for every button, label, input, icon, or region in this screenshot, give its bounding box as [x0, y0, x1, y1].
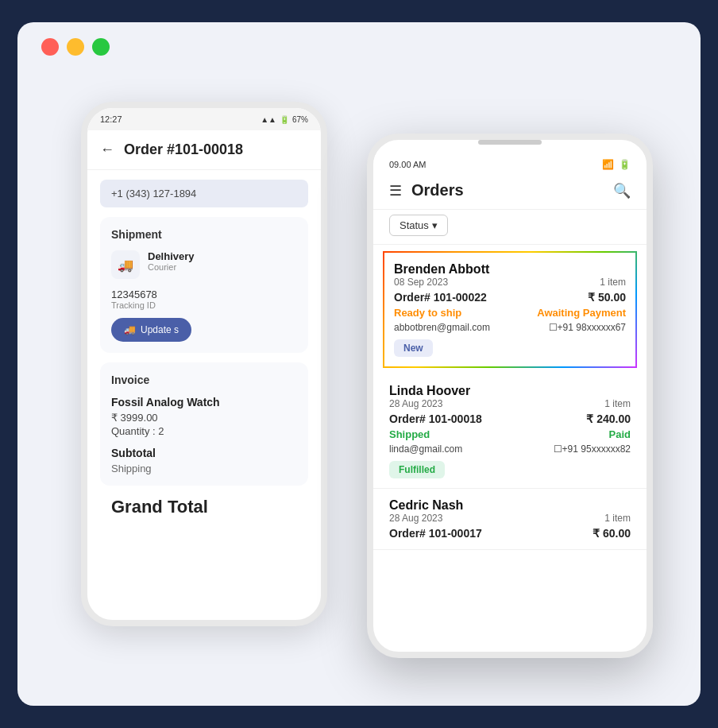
status-right-1: Awaiting Payment [537, 307, 626, 319]
tracking-id-label: Tracking ID [111, 300, 297, 310]
order-status-row-1: Ready to ship Awaiting Payment [394, 307, 626, 319]
battery-icon: 🔋 [280, 115, 289, 124]
orders-header-left: ☰ Orders [389, 181, 464, 199]
subtotal-label: Subtotal [111, 447, 156, 459]
order-card-3[interactable]: Cedric Nash 28 Aug 2023 1 item Order# 10… [373, 489, 647, 550]
status-time-back: 12:27 [100, 114, 122, 124]
order-badge-2: Fulfilled [389, 461, 445, 478]
hamburger-icon[interactable]: ☰ [389, 182, 402, 199]
orders-list: Brenden Abbott 08 Sep 2023 1 item Order#… [373, 245, 647, 653]
invoice-section: Invoice Fossil Analog Watch ₹ 3999.00 Qu… [100, 362, 308, 486]
order-items-2: 1 item [604, 398, 631, 409]
battery-percent: 67% [292, 115, 308, 124]
customer-name-1: Brenden Abbott [394, 262, 489, 277]
minimize-button[interactable] [67, 38, 84, 56]
product-name: Fossil Analog Watch [111, 396, 297, 409]
truck-small-icon: 🚚 [124, 324, 136, 335]
traffic-lights [33, 38, 685, 56]
shipping-label: Shipping [111, 463, 297, 474]
invoice-title: Invoice [111, 374, 297, 386]
status-icons-back: ▲▲ 🔋 67% [261, 115, 308, 124]
status-filter-button[interactable]: Status ▾ [389, 215, 448, 236]
wifi-icon: 📶 [602, 159, 614, 170]
front-notch [478, 140, 542, 145]
wifi-battery-icons: 📶 🔋 [602, 159, 631, 170]
tracking-id-value: 12345678 [111, 288, 297, 300]
order-contact-row-2: linda@gmail.com ☐+91 95xxxxxx82 [389, 443, 631, 455]
courier-type: Courier [148, 262, 195, 272]
order-title: Order #101-00018 [124, 141, 243, 158]
order-items-1: 1 item [600, 277, 626, 288]
order-meta-1: Order# 101-00022 ₹ 50.00 [394, 291, 626, 304]
order-date-2: 28 Aug 2023 [389, 398, 442, 409]
order-date-3: 28 Aug 2023 [389, 513, 442, 524]
close-button[interactable] [41, 38, 59, 56]
update-btn-label: Update s [141, 324, 179, 335]
subtotal-row: Subtotal [111, 447, 297, 459]
maximize-button[interactable] [92, 38, 110, 56]
order-email-2: linda@gmail.com [389, 443, 462, 455]
status-filter-bar: Status ▾ [373, 210, 647, 245]
status-time-front: 09.00 AM [389, 160, 426, 169]
order-status-row-2: Shipped Paid [389, 428, 631, 440]
order-num-1: Order# 101-00022 [394, 291, 487, 304]
search-icon[interactable]: 🔍 [613, 182, 631, 199]
order-card-2[interactable]: Linda Hoover 28 Aug 2023 1 item Order# 1… [373, 374, 647, 489]
signal-icon: ▲▲ [261, 115, 276, 124]
order-header: ← Order #101-00018 [87, 130, 321, 170]
order-contact-row-1: abbotbren@gmail.com ☐+91 98xxxxxx67 [394, 322, 626, 333]
grand-total: Grand Total [100, 486, 308, 529]
order-email-1: abbotbren@gmail.com [394, 322, 490, 333]
status-bar-back: 12:27 ▲▲ 🔋 67% [87, 108, 321, 130]
update-shipment-button[interactable]: 🚚 Update s [111, 318, 191, 342]
phone-back: 12:27 ▲▲ 🔋 67% ← Order #101-00018 +1 (34… [81, 102, 327, 626]
tracking-row: 12345678 Tracking ID [111, 288, 297, 310]
courier-name: Delhivery [148, 250, 195, 262]
phone-front: 09.00 AM 📶 🔋 ☰ Orders 🔍 Status ▾ [367, 134, 653, 658]
status-right-2: Paid [609, 428, 631, 440]
order-phone-2: ☐+91 95xxxxxx82 [554, 443, 631, 455]
status-filter-label: Status [400, 219, 429, 231]
customer-name-3: Cedric Nash [389, 498, 463, 513]
order-items-3: 1 item [604, 513, 631, 524]
status-left-2: Shipped [389, 428, 430, 440]
status-bar-front: 09.00 AM 📶 🔋 [373, 151, 647, 175]
phone-number-tag: +1 (343) 127-1894 [100, 180, 308, 207]
orders-header: ☰ Orders 🔍 [373, 175, 647, 210]
chevron-down-icon: ▾ [432, 219, 438, 231]
product-price: ₹ 3999.00 [111, 412, 297, 424]
status-left-1: Ready to ship [394, 307, 461, 319]
order-num-3: Order# 101-00017 [389, 527, 482, 540]
product-quantity: Quantity : 2 [111, 425, 297, 437]
order-meta-2: Order# 101-00018 ₹ 240.00 [389, 412, 631, 425]
order-meta-3: Order# 101-00017 ₹ 60.00 [389, 527, 631, 540]
order-date-1: 08 Sep 2023 [394, 277, 448, 288]
order-phone-1: ☐+91 98xxxxxx67 [549, 322, 626, 333]
order-amount-3: ₹ 60.00 [593, 527, 631, 540]
main-container: 12:27 ▲▲ 🔋 67% ← Order #101-00018 +1 (34… [17, 22, 701, 706]
courier-info: Delhivery Courier [148, 250, 195, 272]
order-badge-1: New [394, 339, 433, 357]
order-num-2: Order# 101-00018 [389, 412, 482, 425]
shipment-section: Shipment 🚚 Delhivery Courier 12345678 Tr… [100, 217, 308, 353]
courier-row: 🚚 Delhivery Courier [111, 250, 297, 279]
back-arrow-icon[interactable]: ← [100, 141, 114, 158]
truck-icon: 🚚 [111, 250, 140, 279]
order-amount-1: ₹ 50.00 [588, 291, 626, 304]
order-amount-2: ₹ 240.00 [586, 412, 631, 425]
shipment-title: Shipment [111, 228, 297, 241]
order-card-highlighted[interactable]: Brenden Abbott 08 Sep 2023 1 item Order#… [383, 251, 637, 368]
customer-name-2: Linda Hoover [389, 384, 470, 398]
orders-page-title: Orders [411, 181, 464, 199]
battery-front-icon: 🔋 [619, 159, 631, 170]
